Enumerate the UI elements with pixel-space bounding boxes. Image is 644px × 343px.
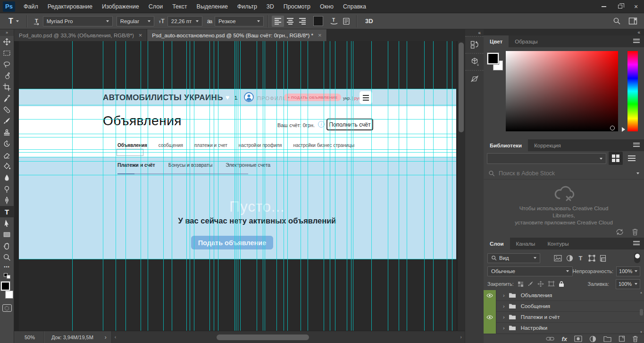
delete-layer-icon[interactable] <box>632 335 638 343</box>
gradient-tool[interactable] <box>0 161 14 172</box>
edit-toolbar-icon[interactable]: ••• <box>4 265 9 269</box>
layer-row[interactable]: › Платежи и счёт <box>484 312 644 323</box>
font-style-select[interactable]: Regular <box>117 16 154 26</box>
blur-tool[interactable] <box>0 172 14 183</box>
adobe-stock-search[interactable]: Поиск в Adobe Stock <box>484 167 644 180</box>
trash-icon[interactable] <box>632 228 638 236</box>
lock-artboard-icon[interactable] <box>548 281 555 287</box>
info-panel-icon[interactable] <box>465 53 484 70</box>
warp-text-button[interactable]: T <box>328 16 340 27</box>
layer-row[interactable]: › Сообщения <box>484 301 644 312</box>
new-layer-icon[interactable] <box>619 335 625 342</box>
brush-tool[interactable] <box>0 115 14 127</box>
align-center-button[interactable] <box>284 16 296 27</box>
panel-tab[interactable]: Каналы <box>510 238 542 249</box>
toggle-panels-button[interactable] <box>340 16 352 27</box>
workspace-switcher-icon[interactable] <box>628 17 637 25</box>
lock-transparency-icon[interactable] <box>518 281 524 287</box>
eraser-tool[interactable] <box>0 149 14 161</box>
layer-row[interactable]: › Объявления <box>484 290 644 301</box>
library-select[interactable] <box>487 153 606 164</box>
menu-item[interactable]: Просмотр <box>279 0 315 13</box>
sync-disabled-icon[interactable] <box>615 228 624 236</box>
panel-tab[interactable]: Цвет <box>484 35 509 47</box>
layers-list-scrollbar[interactable]: ▴▾ <box>639 291 644 334</box>
visibility-toggle[interactable] <box>484 290 496 301</box>
new-group-icon[interactable] <box>603 336 611 342</box>
pen-tool[interactable] <box>0 195 14 206</box>
hue-slider[interactable] <box>627 51 638 131</box>
horizontal-scrollbar-thumb[interactable] <box>217 334 309 340</box>
scroll-down-icon[interactable]: ▾ <box>640 330 642 334</box>
text-orientation-button[interactable]: T <box>31 16 43 27</box>
font-family-select[interactable]: Myriad Pro <box>43 16 113 26</box>
crop-tool[interactable] <box>0 81 14 93</box>
quick-mask-button[interactable] <box>2 304 12 312</box>
panel-menu-icon[interactable] <box>633 39 640 43</box>
foreground-background-swatches[interactable] <box>1 282 13 299</box>
close-button[interactable]: × <box>628 0 644 13</box>
layer-filter-toggle[interactable] <box>634 253 640 263</box>
filter-shape-layers-icon[interactable] <box>588 255 595 262</box>
menu-item[interactable]: Фильтр <box>233 0 262 13</box>
spot-healing-brush-tool[interactable] <box>0 104 14 115</box>
lock-position-icon[interactable] <box>537 281 544 287</box>
tool-preset-dropdown[interactable]: T <box>5 17 23 26</box>
scroll-left-arrow[interactable]: ‹ <box>115 334 117 340</box>
scroll-right-arrow[interactable]: › <box>460 334 462 340</box>
lasso-tool[interactable] <box>0 59 14 70</box>
zoom-tool[interactable] <box>0 251 14 263</box>
hand-tool[interactable] <box>0 240 14 251</box>
collapse-panels-button[interactable]: « <box>484 29 644 35</box>
align-right-button[interactable] <box>296 16 309 27</box>
layer-effects-button[interactable]: fx <box>561 335 567 343</box>
properties-panel-icon[interactable] <box>465 70 484 87</box>
visibility-toggle[interactable] <box>484 323 496 334</box>
saturation-brightness-field[interactable] <box>506 51 618 131</box>
fill-field[interactable]: 100% <box>616 279 640 289</box>
default-colors-icon[interactable] <box>4 273 10 279</box>
filter-pixel-layers-icon[interactable] <box>554 255 562 262</box>
vertical-scrollbar[interactable] <box>457 41 465 331</box>
visibility-toggle[interactable] <box>484 312 496 323</box>
expand-chevron-icon[interactable]: › <box>503 314 505 320</box>
visibility-toggle[interactable] <box>484 301 496 312</box>
expand-chevron-icon[interactable]: › <box>503 303 505 309</box>
status-menu-arrow[interactable]: › <box>100 334 111 341</box>
3d-button[interactable]: 3D <box>360 17 378 25</box>
text-color-swatch[interactable] <box>313 16 323 26</box>
move-tool[interactable] <box>0 36 14 47</box>
panel-tab[interactable]: Слои <box>484 238 510 249</box>
grid-view-button[interactable] <box>609 152 623 165</box>
zoom-level-field[interactable]: 50% <box>14 334 43 340</box>
menu-item[interactable]: Текст <box>167 0 192 13</box>
filter-smart-objects-icon[interactable] <box>600 255 606 262</box>
menu-item[interactable]: Окно <box>315 0 338 13</box>
restore-button[interactable] <box>612 0 628 13</box>
tab-close-icon[interactable]: × <box>139 32 142 39</box>
dodge-tool[interactable] <box>0 183 14 195</box>
document-tab[interactable]: Psd_auto.psd @ 33,3% (Объявления, RGB/8*… <box>14 29 147 41</box>
panel-menu-icon[interactable] <box>633 143 640 147</box>
path-selection-tool[interactable] <box>0 217 14 229</box>
canvas-document[interactable]: АВТОМОБИЛИСТЫ УКРАИНЬ ♥ 1 ПРОФИЛЬ + ПОДА… <box>19 41 456 331</box>
link-layers-icon[interactable] <box>546 336 554 341</box>
menu-item[interactable]: Изображение <box>97 0 144 13</box>
tab-close-icon[interactable]: × <box>318 32 322 39</box>
font-size-select[interactable]: 22,26 пт <box>167 16 202 26</box>
foreground-color-swatch[interactable] <box>487 53 499 64</box>
foreground-color-swatch[interactable] <box>1 282 10 291</box>
expand-chevron-icon[interactable]: › <box>503 292 505 298</box>
align-left-button[interactable] <box>272 16 284 27</box>
color-field-cursor[interactable] <box>610 126 615 130</box>
clone-stamp-tool[interactable] <box>0 127 14 138</box>
panel-tab[interactable]: Контуры <box>541 238 575 249</box>
horizontal-scrollbar[interactable]: ‹ › <box>111 331 465 343</box>
panel-tab[interactable]: Библиотеки <box>484 139 528 151</box>
filter-type-layers-icon[interactable]: T <box>577 255 584 261</box>
color-panel-swatches[interactable] <box>487 53 504 72</box>
history-brush-tool[interactable] <box>0 138 14 149</box>
menu-item[interactable]: Справка <box>338 0 371 13</box>
menu-item[interactable]: Выделение <box>192 0 233 13</box>
list-view-button[interactable] <box>625 152 639 165</box>
